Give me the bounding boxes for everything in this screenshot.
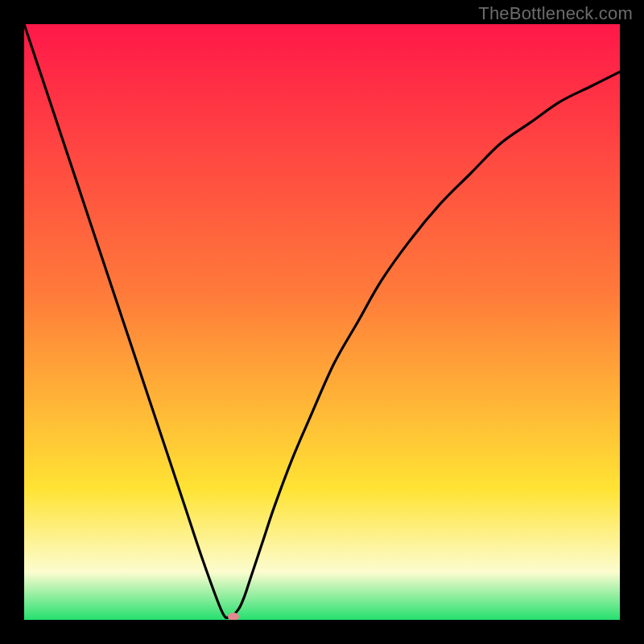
bottleneck-curve <box>24 24 620 620</box>
minimum-marker <box>228 613 239 620</box>
chart-frame: TheBottleneck.com <box>0 0 644 644</box>
plot-area <box>24 24 620 620</box>
watermark-text: TheBottleneck.com <box>478 3 633 24</box>
